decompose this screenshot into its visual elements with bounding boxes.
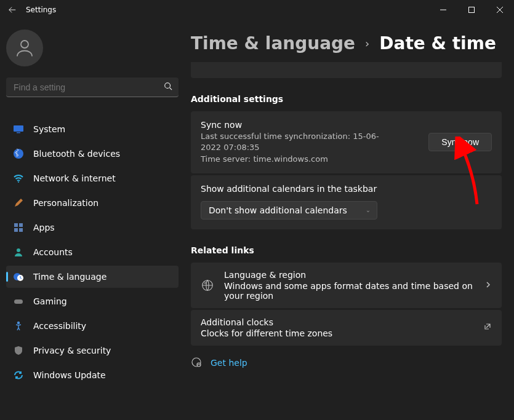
additional-clocks-sub: Clocks for different time zones <box>201 328 473 338</box>
get-help-link[interactable]: Get help <box>191 357 502 370</box>
sidebar-item-network[interactable]: Network & internet <box>6 167 179 189</box>
sync-now-button[interactable]: Sync now <box>428 133 492 151</box>
sidebar-item-windows-update[interactable]: Windows Update <box>6 364 179 386</box>
svg-rect-7 <box>14 223 18 227</box>
svg-rect-3 <box>14 125 23 132</box>
svg-point-6 <box>18 181 19 183</box>
minimize-button[interactable] <box>429 0 457 20</box>
sidebar-item-label: Time & language <box>33 272 106 282</box>
sidebar-item-label: System <box>33 124 65 134</box>
close-button[interactable] <box>486 0 514 20</box>
shield-icon <box>12 344 25 357</box>
svg-text:A: A <box>204 281 207 285</box>
sidebar-item-accessibility[interactable]: Accessibility <box>6 315 179 337</box>
person-icon <box>12 246 25 258</box>
svg-rect-4 <box>17 132 20 133</box>
svg-point-1 <box>21 41 28 48</box>
get-help-label: Get help <box>211 358 247 368</box>
globe-icon: A <box>201 279 214 292</box>
sidebar-item-bluetooth[interactable]: Bluetooth & devices <box>6 143 179 165</box>
search-icon <box>164 82 172 92</box>
sidebar-item-label: Windows Update <box>33 370 106 380</box>
language-region-sub: Windows and some apps format dates and t… <box>224 281 475 301</box>
system-icon <box>12 123 25 135</box>
sidebar-item-time-language[interactable]: Time & language <box>6 266 179 288</box>
chevron-right-icon <box>484 280 492 290</box>
language-region-link[interactable]: A Language & region Windows and some app… <box>191 263 502 308</box>
accessibility-icon <box>12 320 25 332</box>
additional-clocks-title: Additional clocks <box>201 317 473 327</box>
calendars-card: Show additional calendars in the taskbar… <box>191 175 502 229</box>
calendars-select[interactable]: Don't show additional calendars ⌄ <box>201 201 377 220</box>
wifi-icon <box>12 172 25 184</box>
sidebar-item-personalization[interactable]: Personalization <box>6 192 179 214</box>
sidebar-item-label: Personalization <box>33 198 98 208</box>
section-related-header: Related links <box>191 245 502 255</box>
svg-point-15 <box>18 322 20 324</box>
maximize-button[interactable] <box>457 0 486 20</box>
page-title: Date & time <box>379 33 496 53</box>
svg-rect-10 <box>19 228 23 232</box>
gamepad-icon <box>12 295 25 307</box>
calendars-select-value: Don't show additional calendars <box>209 205 347 215</box>
svg-point-2 <box>165 83 171 89</box>
svg-rect-0 <box>469 7 475 13</box>
paintbrush-icon <box>12 197 25 209</box>
sync-card: Sync now Last successful time synchroniz… <box>191 111 502 173</box>
apps-icon <box>12 221 25 234</box>
language-region-title: Language & region <box>224 270 475 280</box>
section-additional-header: Additional settings <box>191 94 502 104</box>
back-button[interactable] <box>6 4 18 16</box>
additional-clocks-link[interactable]: Additional clocks Clocks for different t… <box>191 310 502 346</box>
open-external-icon <box>483 322 492 333</box>
chevron-down-icon: ⌄ <box>366 207 371 213</box>
sync-title: Sync now <box>201 120 428 130</box>
app-title: Settings <box>26 6 56 14</box>
svg-rect-8 <box>19 223 23 227</box>
chevron-right-icon: › <box>365 37 369 50</box>
avatar[interactable] <box>6 30 43 66</box>
sidebar-item-gaming[interactable]: Gaming <box>6 290 179 312</box>
clock-globe-icon <box>12 271 25 283</box>
collapsed-card <box>191 62 502 78</box>
sidebar-item-accounts[interactable]: Accounts <box>6 241 179 263</box>
search-field[interactable] <box>12 82 164 93</box>
sync-last-sync: Last successful time synchronization: 15… <box>201 131 398 153</box>
sidebar-item-apps[interactable]: Apps <box>6 216 179 239</box>
sidebar-item-label: Bluetooth & devices <box>33 149 120 159</box>
calendars-title: Show additional calendars in the taskbar <box>201 184 492 194</box>
search-input[interactable] <box>6 77 179 97</box>
bluetooth-icon <box>12 148 25 160</box>
sidebar-item-label: Accessibility <box>33 321 86 331</box>
sidebar-item-label: Apps <box>33 223 55 232</box>
breadcrumb: Time & language › Date & time <box>191 33 502 53</box>
svg-rect-9 <box>14 228 18 232</box>
update-icon <box>12 369 25 381</box>
sidebar-item-system[interactable]: System <box>6 118 179 140</box>
sidebar-item-privacy[interactable]: Privacy & security <box>6 339 179 362</box>
help-icon <box>191 357 202 370</box>
sidebar-item-label: Network & internet <box>33 173 116 183</box>
sidebar-item-label: Privacy & security <box>33 346 111 355</box>
sync-time-server: Time server: time.windows.com <box>201 154 428 165</box>
breadcrumb-parent[interactable]: Time & language <box>191 33 355 53</box>
titlebar: Settings <box>0 0 514 20</box>
svg-rect-14 <box>14 299 23 304</box>
sidebar-item-label: Accounts <box>33 247 73 257</box>
sidebar-item-label: Gaming <box>33 296 67 306</box>
svg-point-11 <box>17 248 20 252</box>
svg-point-19 <box>197 363 201 367</box>
